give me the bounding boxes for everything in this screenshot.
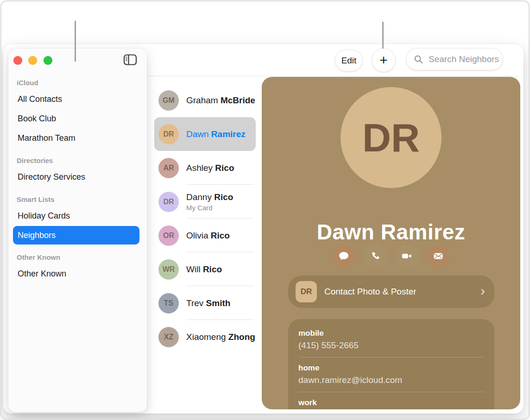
message-icon [338,251,349,262]
sidebar: iCloud All Contacts Book Club Marathon T… [8,49,147,412]
contact-name: Dawn Ramirez [262,219,520,244]
edit-button[interactable]: Edit [335,50,362,71]
first-name: Trev [186,298,203,308]
avatar: DR [158,192,179,212]
sidebar-item-all-contacts[interactable]: All Contacts [13,89,139,109]
last-name: Ramirez [211,129,246,139]
zoom-icon[interactable] [44,56,52,65]
field-label: mobile [298,329,484,338]
last-name: Rico [211,231,230,240]
first-name: Will [186,264,201,274]
phone-icon [370,251,381,262]
contact-info-card: mobile (415) 555-2665 home dawn.ramirez@… [288,319,494,409]
contact-photo[interactable]: DR [341,87,442,188]
sidebar-section-directories: Directories [17,153,139,167]
first-name: Ashley [186,163,213,173]
first-name: Graham [186,95,218,105]
last-name: Rico [203,264,222,274]
sidebar-item-other-known[interactable]: Other Known [13,264,139,283]
search-input[interactable] [428,54,504,65]
sidebar-section-smart-lists: Smart Lists [17,192,139,206]
sidebar-section-icloud: iCloud [17,75,139,89]
sidebar-section-other-known: Other Known [17,250,139,264]
list-item-olivia-rico[interactable]: OR Olivia Rico [154,219,256,252]
call-button[interactable] [364,244,387,268]
sidebar-item-holiday-cards[interactable]: Holiday Cards [13,206,139,226]
last-name: Zhong [228,332,255,342]
avatar: AR [158,158,179,178]
sidebar-item-directory-services[interactable]: Directory Services [13,167,139,187]
contact-detail-pane: DR Dawn Ramirez [262,77,520,409]
callout-line-sidebar [75,21,76,62]
list-item-graham-mcbride[interactable]: GM Graham McBride [154,83,256,117]
list-item-ashley-rico[interactable]: AR Ashley Rico [154,151,256,185]
contact-photo-poster-row[interactable]: DR Contact Photo & Poster › [288,276,494,308]
avatar: TS [158,293,179,313]
last-name: McBride [221,95,255,105]
list-item-dawn-ramirez[interactable]: DR Dawn Ramirez [154,117,256,151]
my-card-label: My Card [186,204,255,212]
avatar: DR [158,124,179,144]
chevron-right-icon: › [480,284,485,298]
list-item-trev-smith[interactable]: TS Trev Smith [154,286,256,320]
add-contact-button[interactable]: + [372,49,395,72]
sidebar-item-book-club[interactable]: Book Club [13,109,139,128]
first-name: Dawn [186,129,209,139]
field-value[interactable]: dawn.ramirez@icloud.com [298,375,484,385]
search-icon [414,55,423,64]
field-label: home [298,364,484,373]
field-value[interactable]: (415) 555-2665 [298,340,484,351]
list-item-will-rico[interactable]: WR Will Rico [154,252,256,286]
avatar: XZ [158,327,179,347]
field-mobile: mobile (415) 555-2665 [298,323,484,357]
list-item-xiaomeng-zhong[interactable]: XZ Xiaomeng Zhong [154,320,256,354]
contacts-window: Edit + GM Graham McBride DR Dawn Ramirez… [3,44,524,414]
sidebar-item-neighbors[interactable]: Neighbors [13,226,139,244]
field-work-email: work hello@veggiscape.com [298,392,484,409]
minimize-icon[interactable] [28,56,37,65]
last-name: Rico [215,163,234,173]
last-name: Smith [206,298,231,308]
sidebar-toggle-icon[interactable] [123,54,137,66]
contact-list: GM Graham McBride DR Dawn Ramirez AR Ash… [147,76,262,413]
video-button[interactable] [395,244,418,268]
first-name: Xiaomeng [186,332,226,342]
mail-icon [433,251,444,262]
field-home-email: home dawn.ramirez@icloud.com [298,357,484,392]
field-label: work [298,398,484,407]
poster-thumbnail: DR [296,281,317,302]
last-name: Rico [214,192,233,202]
list-item-danny-rico[interactable]: DR Danny Rico My Card [154,185,256,219]
avatar: WR [158,259,179,280]
sidebar-lists: iCloud All Contacts Book Club Marathon T… [8,49,147,283]
first-name: Danny [186,192,212,202]
contact-actions [262,244,520,268]
mail-button[interactable] [427,244,450,268]
avatar: OR [158,226,179,246]
close-icon[interactable] [13,56,22,65]
avatar: GM [158,90,179,111]
sidebar-item-marathon-team[interactable]: Marathon Team [13,128,139,148]
callout-line-add-button [382,22,384,49]
poster-label: Contact Photo & Poster [324,287,473,297]
search-field[interactable] [406,49,503,70]
video-icon [401,251,412,262]
message-button[interactable] [332,244,355,268]
first-name: Olivia [186,231,208,240]
